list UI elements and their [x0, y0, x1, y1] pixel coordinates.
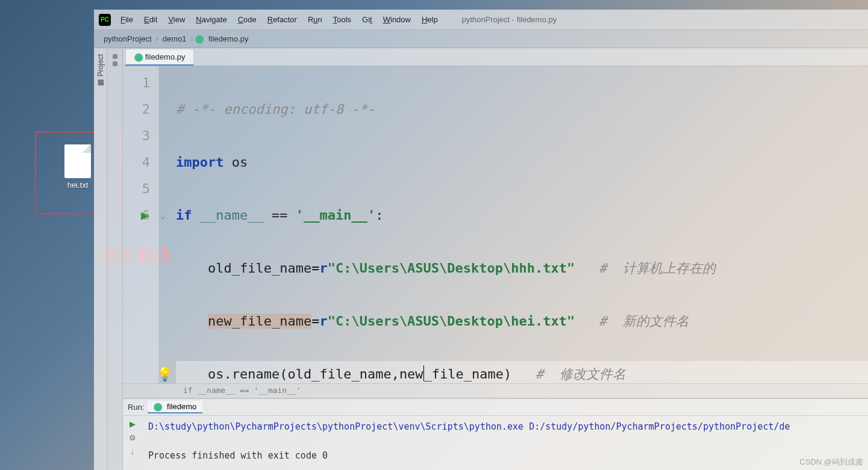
python-file-icon: ⬤: [134, 52, 143, 61]
run-label: Run:: [128, 403, 144, 412]
chevron-right-icon: ›: [189, 34, 195, 43]
menu-tools[interactable]: Tools: [328, 13, 356, 26]
menu-file[interactable]: File: [116, 13, 138, 26]
python-file-icon: ⬤: [154, 402, 163, 411]
stop-icon[interactable]: ⚙: [129, 433, 136, 442]
desktop: hei.txt 改名成功 PC File Edit View Navigate …: [0, 0, 868, 470]
window-title: pythonProject - filedemo.py: [462, 15, 557, 24]
run-toolbar: ▶ ⚙ ↓: [123, 416, 142, 470]
menu-run[interactable]: Run: [303, 13, 327, 26]
structure-crumb[interactable]: if __name__ == '__main__': [123, 383, 868, 398]
code-line: ▶⌄if __name__ == '__main__':: [176, 202, 868, 229]
code-line: old_file_name=r"C:\Users\ASUS\Desktop\hh…: [176, 255, 868, 282]
menu-window[interactable]: Window: [378, 13, 416, 26]
marker-icon: [113, 61, 117, 66]
editor-tab[interactable]: ⬤ filedemo.py: [125, 49, 194, 66]
folder-icon: ▦: [96, 79, 105, 87]
menu-refactor[interactable]: Refactor: [263, 13, 302, 26]
workspace: ▦ Project ⬤ filedemo.py 1: [94, 48, 868, 470]
menubar: PC File Edit View Navigate Code Refactor…: [94, 10, 868, 30]
menu-navigate[interactable]: Navigate: [191, 13, 231, 26]
run-tool-window: Run: ⬤ filedemo ▶ ⚙ ↓ D:\study\python\Py…: [123, 398, 868, 470]
menu-git[interactable]: Git: [357, 13, 377, 26]
menu-view[interactable]: View: [163, 13, 190, 26]
menu-code[interactable]: Code: [233, 13, 261, 26]
code-line: # -*- encoding: utf-8 -*-: [176, 96, 868, 123]
chevron-right-icon: ›: [154, 34, 160, 43]
menu-help[interactable]: Help: [417, 13, 443, 26]
crumb-project[interactable]: pythonProject: [101, 34, 154, 43]
code-line: import os: [176, 149, 868, 176]
menu-edit[interactable]: Edit: [139, 13, 162, 26]
tool-gutter: [107, 48, 123, 470]
ide-window: PC File Edit View Navigate Code Refactor…: [94, 10, 868, 470]
crumb-file[interactable]: filedemo.py: [206, 34, 251, 43]
rerun-icon[interactable]: ▶: [130, 419, 136, 428]
run-output[interactable]: D:\study\python\PycharmProjects\pythonPr…: [142, 416, 868, 470]
source-code[interactable]: # -*- encoding: utf-8 -*- import os ▶⌄if…: [159, 66, 868, 383]
python-file-icon: ⬤: [195, 34, 204, 43]
run-config-tab[interactable]: ⬤ filedemo: [148, 401, 202, 413]
run-body: ▶ ⚙ ↓ D:\study\python\PycharmProjects\py…: [123, 416, 868, 470]
editor[interactable]: 1 2 3 4 5 6 # -*- encoding: utf-8 -*- im…: [123, 66, 868, 383]
run-gutter-icon[interactable]: ▶: [141, 202, 149, 229]
tool-window-bar: ▦ Project: [94, 48, 107, 470]
code-line: 💡 os.rename(old_file_name,new_file_name)…: [176, 361, 868, 383]
editor-area: ⬤ filedemo.py 1 2 3 4 5 6 #: [123, 48, 868, 470]
run-header: Run: ⬤ filedemo: [123, 399, 868, 416]
navigation-bar: pythonProject › demo1 › ⬤ filedemo.py: [94, 30, 868, 48]
watermark: CSDN @码到成龚: [799, 457, 863, 468]
intention-bulb-icon[interactable]: 💡: [157, 361, 173, 383]
code-line: new_file_name=r"C:\Users\ASUS\Desktop\he…: [176, 308, 868, 335]
fold-icon[interactable]: ⌄: [160, 202, 165, 229]
crumb-folder[interactable]: demo1: [160, 34, 189, 43]
marker-icon: [113, 54, 117, 59]
editor-tabs: ⬤ filedemo.py: [123, 48, 868, 66]
down-icon[interactable]: ↓: [131, 447, 135, 456]
pycharm-logo-icon: PC: [99, 14, 111, 26]
project-tool-tab[interactable]: ▦ Project: [95, 51, 106, 91]
